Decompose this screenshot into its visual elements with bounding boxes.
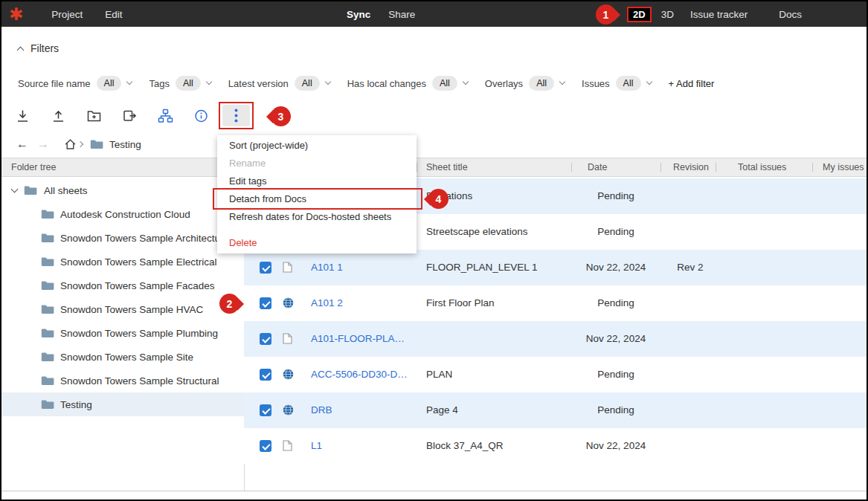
menu-share[interactable]: Share (388, 9, 415, 20)
filters-row: Source file name All Tags All Latest ver… (18, 76, 714, 91)
sheet-title-cell: FLOOR_PLAN_LEVEL 1 (426, 262, 538, 273)
sheet-number-link[interactable]: A101 1 (311, 262, 343, 273)
filter-has-local-changes[interactable]: Has local changes All (347, 76, 468, 91)
row-checkbox-checked[interactable] (260, 262, 271, 274)
menu-item-sort-project-wide[interactable]: Sort (project-wide) (217, 137, 417, 155)
column-header-my-issues[interactable]: My issues (823, 162, 864, 172)
menu-sync[interactable]: Sync (347, 9, 370, 20)
menu-item-refresh-dates[interactable]: Refresh dates for Docs-hosted sheets (217, 208, 417, 226)
column-header-sheet-title[interactable]: Sheet title (426, 162, 468, 172)
menu-item-rename: Rename (217, 155, 417, 172)
sheet-row[interactable]: A101 1 FLOOR_PLAN_LEVEL 1 Nov 22, 2024 R… (244, 250, 867, 285)
filter-label: Tags (149, 78, 169, 89)
topbar-right-group: 2D 3D Issue tracker Docs (627, 1, 802, 27)
kebab-annotation-box (219, 102, 254, 129)
filter-value-pill: All (529, 76, 554, 91)
app-logo-icon[interactable]: ✱ (9, 6, 23, 23)
menu-project[interactable]: Project (51, 9, 83, 20)
filter-source-file-name[interactable]: Source file name All (18, 76, 132, 91)
date-cell: Pending (571, 226, 660, 237)
folder-label: Snowdon Towers Sample Facades (60, 280, 215, 291)
column-header-revision[interactable]: Revision (673, 162, 709, 172)
tree-view-icon[interactable] (158, 109, 173, 123)
table-header-band: Folder tree Sheet title Date Revision To… (1, 158, 867, 177)
sheet-title-cell: Page 4 (426, 404, 458, 416)
sheet-row[interactable]: L1 Block 37_A4_QR Nov 22, 2024 (244, 428, 867, 464)
row-checkbox-checked[interactable] (260, 297, 271, 309)
folder-label: Snowdon Towers Sample Site (60, 352, 193, 363)
document-icon (283, 262, 292, 273)
filter-tags[interactable]: Tags All (149, 76, 210, 91)
filter-issues[interactable]: Issues All (582, 76, 651, 91)
folder-tree-item-architectural[interactable]: Snowdon Towers Sample Architectural (1, 226, 244, 250)
sheet-row[interactable]: ACC-5506-DD30-D… PLAN Pending (244, 357, 867, 392)
folder-icon (41, 399, 54, 410)
home-icon[interactable] (64, 138, 77, 150)
sheet-number-link[interactable]: ACC-5506-DD30-D… (311, 369, 408, 380)
chevron-right-icon (77, 141, 83, 147)
folder-tree-item-facades[interactable]: Snowdon Towers Sample Facades (1, 274, 244, 297)
column-separator (571, 163, 572, 172)
folder-tree-item-testing[interactable]: Testing (1, 392, 244, 416)
chevron-down-icon (324, 79, 330, 85)
mode-2d-button[interactable]: 2D (627, 7, 652, 22)
folder-tree-item-plumbing[interactable]: Snowdon Towers Sample Plumbing (1, 321, 244, 345)
menu-docs[interactable]: Docs (779, 9, 802, 20)
sheet-number-link[interactable]: DRB (311, 404, 332, 416)
menu-edit[interactable]: Edit (105, 9, 122, 20)
sheet-title-cell: Streetscape elevations (426, 226, 528, 237)
docs-globe-icon (283, 404, 294, 416)
folder-tree-item-autodesk-construction-cloud[interactable]: Autodesk Construction Cloud (1, 202, 244, 226)
menu-issue-tracker[interactable]: Issue tracker (690, 9, 748, 20)
filters-collapse-toggle[interactable]: Filters (18, 42, 59, 54)
back-arrow-icon[interactable]: ← (16, 138, 28, 151)
filter-value-pill: All (97, 76, 122, 91)
folder-label: Snowdon Towers Sample Plumbing (60, 328, 218, 339)
filter-overlays[interactable]: Overlays All (485, 76, 565, 91)
folder-tree-item-structural[interactable]: Snowdon Towers Sample Structural (1, 369, 244, 392)
chevron-down-icon (646, 79, 652, 85)
sheet-row[interactable]: A101 2 First Floor Plan Pending (244, 285, 867, 321)
sheets-browser-window: ✱ Project Edit Sync Share 2D 3D Issue tr… (0, 0, 868, 501)
date-cell: Pending (571, 404, 660, 416)
row-checkbox-checked[interactable] (260, 440, 271, 452)
mode-3d-button[interactable]: 3D (661, 9, 674, 20)
filter-latest-version[interactable]: Latest version All (228, 76, 330, 91)
sheet-number-link[interactable]: L1 (311, 440, 322, 451)
sheet-row[interactable]: DRB Page 4 Pending (244, 392, 867, 428)
folder-tree-item-site[interactable]: Snowdon Towers Sample Site (1, 345, 244, 369)
callout-2: 2 (219, 294, 239, 314)
detach-annotation-box (213, 188, 422, 210)
filter-value-pill: All (616, 76, 641, 91)
folder-tree-item-electrical[interactable]: Snowdon Towers Sample Electrical (1, 250, 244, 274)
row-checkbox-checked[interactable] (260, 404, 271, 416)
column-header-total-issues[interactable]: Total issues (738, 162, 786, 172)
column-separator (716, 163, 716, 172)
new-folder-icon[interactable] (86, 109, 102, 123)
folder-icon (24, 185, 37, 195)
sheet-number-link[interactable]: A101 2 (311, 297, 343, 308)
date-cell: Nov 22, 2024 (571, 440, 660, 451)
filter-value-pill: All (176, 76, 201, 91)
upload-sheets-icon[interactable] (51, 109, 66, 123)
add-filter-button[interactable]: + Add filter (669, 78, 715, 89)
filter-label: Overlays (485, 78, 523, 89)
menu-item-delete[interactable]: Delete (217, 234, 417, 252)
folder-tree-header: Folder tree (11, 162, 56, 172)
column-header-date[interactable]: Date (588, 162, 607, 172)
move-sheet-icon[interactable] (122, 109, 138, 123)
sheet-number-link[interactable]: A101-FLOOR-PLA… (311, 333, 405, 344)
folder-tree-root-all-sheets[interactable]: All sheets (1, 178, 244, 202)
folder-label: Autodesk Construction Cloud (60, 209, 190, 220)
sheet-row[interactable]: A101-FLOOR-PLA… Nov 22, 2024 (244, 321, 867, 357)
folder-tree-item-hvac[interactable]: Snowdon Towers Sample HVAC (1, 297, 244, 321)
breadcrumb: ← → Testing (16, 135, 141, 153)
filter-label: Has local changes (347, 78, 426, 89)
docs-globe-icon (283, 369, 294, 380)
row-checkbox-checked[interactable] (260, 333, 271, 345)
row-checkbox-checked[interactable] (260, 369, 271, 381)
download-sheets-icon[interactable] (15, 109, 30, 123)
info-icon[interactable] (193, 109, 209, 123)
date-cell: Pending (571, 369, 660, 380)
callout-4: 4 (428, 189, 449, 209)
